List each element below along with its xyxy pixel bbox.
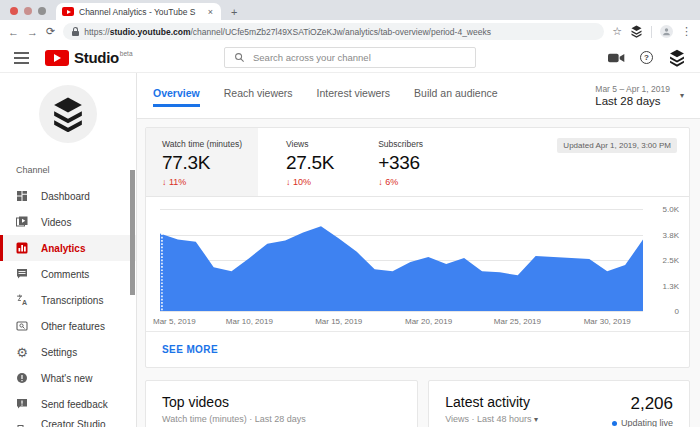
live-dot-icon [612, 421, 617, 426]
window-controls[interactable] [0, 7, 56, 20]
svg-text:A: A [21, 299, 26, 306]
browser-profile-avatar[interactable] [660, 25, 673, 38]
sidebar-item-transcriptions[interactable]: A Transcriptions [0, 287, 136, 313]
sidebar-item-label: Creator Studio Classic [41, 419, 136, 427]
sidebar-item-comments[interactable]: Comments [0, 261, 136, 287]
y-axis-tick: 1.3K [663, 282, 679, 291]
area-series [160, 209, 643, 311]
top-videos-title: Top videos [162, 394, 401, 410]
latest-activity-title: Latest activity [445, 394, 538, 410]
window-zoom-button[interactable] [38, 7, 46, 15]
comments-icon [15, 267, 29, 281]
youtube-play-icon [45, 50, 69, 66]
x-axis-tick: Mar 30, 2019 [584, 317, 631, 326]
metric-subscribers[interactable]: Subscribers +336 ↓ 6% [362, 128, 439, 196]
sidebar-item-label: Analytics [41, 243, 85, 254]
sidebar-scrollbar-thumb[interactable] [130, 170, 135, 295]
lock-icon [72, 27, 79, 36]
metric-delta: ↓ 10% [286, 177, 334, 187]
y-axis-tick: 0 [675, 307, 679, 316]
channel-stack-logo-icon [51, 96, 85, 132]
dashboard-icon [15, 189, 29, 203]
sidebar-item-label: Videos [41, 217, 71, 228]
updating-live-status: Updating live [612, 418, 673, 427]
tab-build-an-audience[interactable]: Build an audience [414, 87, 497, 105]
sidebar-item-other-features[interactable]: Other features [0, 313, 136, 339]
tab-interest-viewers[interactable]: Interest viewers [317, 87, 391, 105]
tab-reach-viewers[interactable]: Reach viewers [224, 87, 293, 105]
window-close-button[interactable] [10, 7, 18, 15]
top-videos-card: Top videos Watch time (minutes) · Last 2… [145, 380, 418, 427]
metric-value: 77.3K [162, 152, 242, 174]
analytics-icon [15, 241, 29, 255]
latest-activity-card: Latest activity Views · Last 48 hours ▾ … [428, 380, 690, 427]
analytics-header: Overview Reach viewers Interest viewers … [137, 73, 700, 119]
channel-avatar-icon[interactable] [668, 49, 686, 67]
sidebar-item-videos[interactable]: Videos [0, 209, 136, 235]
metric-value: 27.5K [286, 152, 334, 174]
menu-hamburger-icon[interactable] [14, 52, 29, 64]
youtube-favicon-icon [62, 7, 74, 16]
sidebar-item-label: Dashboard [41, 191, 90, 202]
sidebar-item-analytics[interactable]: Analytics [0, 235, 136, 261]
help-icon[interactable]: ? [640, 51, 653, 64]
tab-overview[interactable]: Overview [153, 87, 200, 105]
create-video-icon[interactable] [608, 52, 625, 64]
metric-views[interactable]: Views 27.5K ↓ 10% [270, 128, 350, 196]
brand-name: Studio [74, 49, 119, 66]
address-bar[interactable]: https://studio.youtube.com/channel/UCfe5… [63, 23, 604, 40]
forward-icon[interactable]: → [27, 26, 38, 38]
y-axis-tick: 5.0K [663, 205, 679, 214]
watch-time-area-chart[interactable]: 5.0K 3.8K 2.5K 1.3K 0 Mar 5, 2019 Mar 10… [146, 197, 689, 331]
extension-stack-icon[interactable] [630, 25, 643, 38]
sidebar-item-dashboard[interactable]: Dashboard [0, 183, 136, 209]
sidebar-section-label: Channel [0, 143, 136, 183]
sidebar-item-settings[interactable]: ⚙ Settings [0, 339, 136, 365]
analytics-content: Watch time (minutes) 77.3K ↓ 11% Views 2… [137, 119, 700, 427]
x-axis-tick: Mar 10, 2019 [226, 317, 273, 326]
brand-beta-tag: beta [120, 50, 133, 57]
youtube-studio-logo[interactable]: Studiobeta [45, 49, 133, 67]
chevron-down-icon: ▾ [534, 415, 538, 424]
studio-topbar: Studiobeta ? [0, 43, 700, 73]
sidebar-item-whats-new[interactable]: What's new [0, 365, 136, 391]
back-icon[interactable]: ← [8, 26, 19, 38]
sidebar-item-creator-studio-classic[interactable]: Creator Studio Classic [0, 417, 136, 427]
channel-search-box[interactable] [224, 47, 476, 68]
tab-close-icon[interactable]: × [206, 7, 215, 17]
date-range-selector[interactable]: Mar 5 – Apr 1, 2019 Last 28 days ▾ [595, 84, 684, 107]
bookmark-star-icon[interactable]: ☆ [612, 25, 622, 38]
window-minimize-button[interactable] [24, 7, 32, 15]
metric-tabs: Watch time (minutes) 77.3K ↓ 11% Views 2… [146, 128, 689, 197]
settings-gear-icon: ⚙ [15, 345, 29, 359]
channel-avatar[interactable] [39, 85, 97, 143]
new-tab-button[interactable]: + [221, 6, 247, 20]
sidebar-item-label: Comments [41, 269, 89, 280]
toolbar-divider [651, 26, 652, 38]
x-axis-tick: Mar 20, 2019 [405, 317, 452, 326]
browser-tab[interactable]: Channel Analytics - YouTube S × [56, 3, 221, 20]
whats-new-icon [15, 371, 29, 385]
creator-studio-classic-icon [15, 423, 29, 427]
x-axis-tick: Mar 15, 2019 [315, 317, 362, 326]
browser-menu-icon[interactable]: ⋮ [681, 25, 692, 38]
refresh-icon[interactable]: ⟳ [46, 25, 55, 38]
main-panel: Overview Reach viewers Interest viewers … [137, 73, 700, 427]
videos-icon [15, 215, 29, 229]
search-input[interactable] [253, 52, 466, 63]
browser-tab-title: Channel Analytics - YouTube S [79, 7, 201, 17]
sidebar-item-send-feedback[interactable]: Send feedback [0, 391, 136, 417]
sidebar-item-label: Settings [41, 347, 77, 358]
metric-delta: ↓ 6% [378, 177, 423, 187]
y-axis-tick: 2.5K [663, 256, 679, 265]
sidebar-item-label: Send feedback [41, 399, 108, 410]
browser-toolbar: ← → ⟳ https://studio.youtube.com/channel… [0, 20, 700, 43]
see-more-link[interactable]: SEE MORE [146, 331, 689, 367]
x-axis-tick: Mar 5, 2019 [153, 317, 196, 326]
updated-badge: Updated Apr 1, 2019, 3:00 PM [557, 138, 677, 153]
top-videos-subtitle: Watch time (minutes) · Last 28 days [162, 414, 401, 424]
latest-activity-filter[interactable]: Views · Last 48 hours ▾ [445, 414, 538, 424]
browser-tab-strip: Channel Analytics - YouTube S × + [0, 0, 700, 20]
metric-watch-time[interactable]: Watch time (minutes) 77.3K ↓ 11% [146, 128, 258, 196]
metric-label: Views [286, 139, 334, 149]
